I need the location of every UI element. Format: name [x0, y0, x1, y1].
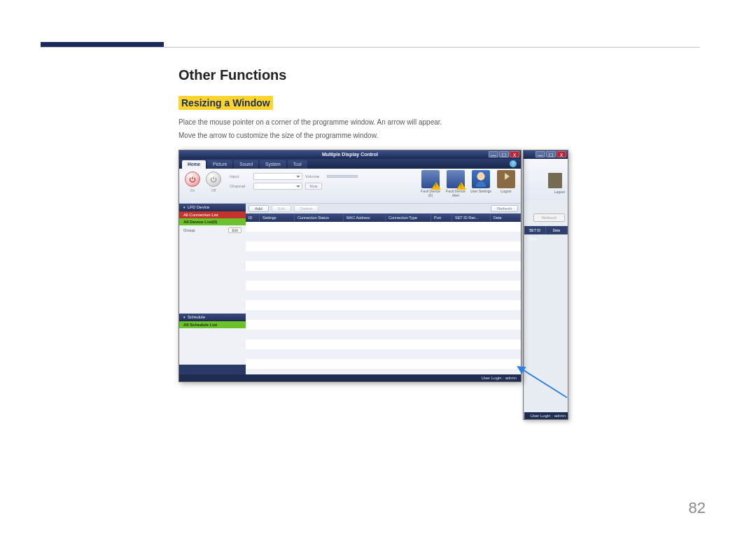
icon-bar: Fault Device (0) Fault Device Alert User… [420, 170, 517, 201]
col-conn-type[interactable]: Connection Type [386, 213, 431, 222]
tab-system[interactable]: System [260, 160, 286, 169]
screenshot: — ☐ X Logout Refresh SET ID Ran... Dete … [178, 150, 568, 420]
sidebar-fill2 [179, 328, 246, 365]
door-exit-icon [497, 170, 515, 188]
page-heading: Other Functions [178, 67, 700, 83]
col-mac[interactable]: MAC Address [344, 213, 386, 222]
status-bar: User Login : admin [179, 374, 521, 381]
mute-button[interactable]: Mute [305, 183, 322, 190]
close-button[interactable]: X [510, 151, 519, 157]
col-port[interactable]: Port [431, 213, 452, 222]
volume-slider[interactable] [327, 175, 358, 178]
table-row [246, 222, 521, 232]
instruction-2: Move the arrow to customize the size of … [178, 130, 700, 141]
titlebar[interactable]: Multiple Display Control — ☐ X [179, 150, 521, 159]
bg-col-dete[interactable]: Dete [546, 226, 568, 234]
table-row [246, 281, 521, 290]
sidebar-schedule-header[interactable]: ▾Schedule [179, 314, 246, 321]
volume-label: Volume [305, 174, 325, 178]
col-conn-status[interactable]: Connection Status [295, 213, 344, 222]
user-icon [472, 170, 490, 188]
power-off-label: Off [204, 188, 223, 192]
tab-tool[interactable]: Tool [288, 160, 307, 169]
table-row [246, 339, 521, 349]
tab-bar: Home Picture Sound System Tool [179, 159, 521, 169]
grid-toolbar: Add Edit Delete Refresh [246, 204, 521, 213]
logout-label: Logout [496, 190, 517, 194]
main-window: Multiple Display Control — ☐ X Home Pict… [178, 150, 522, 382]
power-off-icon [209, 176, 218, 184]
tab-sound[interactable]: Sound [234, 160, 258, 169]
bg-maximize-button[interactable]: ☐ [546, 151, 556, 157]
channel-label: Channel [230, 184, 251, 188]
tab-home[interactable]: Home [182, 160, 206, 169]
sidebar: ▾LFD Device All Connection List All Devi… [179, 204, 246, 374]
table-row [246, 232, 521, 241]
grid-header: ID Settings Connection Status MAC Addres… [246, 213, 521, 222]
delete-button[interactable]: Delete [294, 205, 318, 212]
ribbon: On Off Input Volume [179, 169, 521, 204]
minimize-button[interactable]: — [489, 151, 498, 157]
header-rule [41, 47, 700, 48]
refresh-button[interactable]: Refresh [491, 205, 518, 212]
help-button[interactable]: ? [510, 160, 517, 167]
bg-grid-header: SET ID Ran... Dete [524, 226, 568, 234]
bg-minimize-button[interactable]: — [536, 151, 545, 157]
table-row [246, 300, 521, 310]
sidebar-group-row[interactable]: Group Edit [179, 225, 246, 235]
maximize-button[interactable]: ☐ [499, 151, 509, 157]
sidebar-all-connection[interactable]: All Connection List [179, 211, 246, 218]
section-heading: Resizing a Window [178, 96, 273, 110]
window-title: Multiple Display Control [179, 150, 521, 159]
chevron-down-icon: ▾ [183, 315, 186, 319]
sidebar-fill [179, 235, 246, 314]
sidebar-all-device[interactable]: All Device List(0) [179, 218, 246, 225]
instruction-1: Place the mouse pointer on a corner of t… [178, 117, 700, 128]
sidebar-lfd-header[interactable]: ▾LFD Device [179, 204, 246, 211]
power-icon [188, 176, 197, 184]
edit-button[interactable]: Edit [272, 205, 291, 212]
user-settings-button[interactable]: User Settings [470, 170, 491, 201]
col-dete[interactable]: Dete [491, 213, 521, 222]
sidebar-edit-button[interactable]: Edit [228, 227, 241, 233]
header-accent [41, 42, 164, 47]
table-row [246, 310, 521, 320]
table-row [246, 349, 521, 359]
power-on-label: On [183, 188, 202, 192]
sidebar-group-label: Group [183, 228, 195, 232]
channel-select[interactable] [253, 183, 302, 190]
tab-picture[interactable]: Picture [207, 160, 232, 169]
power-off-button[interactable]: Off [204, 171, 223, 198]
fault-device-alert-button[interactable]: Fault Device Alert [445, 170, 466, 201]
table-row [246, 320, 521, 330]
bg-logout-icon[interactable] [548, 173, 562, 188]
power-on-button[interactable]: On [183, 171, 202, 198]
sidebar-lfd-label: LFD Device [188, 205, 209, 209]
page-number: 82 [689, 499, 706, 517]
logout-button[interactable]: Logout [496, 170, 517, 201]
fault-device-button[interactable]: Fault Device (0) [420, 170, 441, 201]
grid-body[interactable] [246, 222, 521, 374]
table-row [246, 251, 521, 261]
add-button[interactable]: Add [248, 205, 269, 212]
bg-refresh-button[interactable]: Refresh [533, 213, 565, 222]
bg-col-setid[interactable]: SET ID Ran... [524, 226, 546, 234]
chevron-down-icon: ▾ [183, 205, 186, 209]
monitor-alert-icon [447, 170, 465, 188]
col-settings[interactable]: Settings [260, 213, 295, 222]
bg-close-button[interactable]: X [556, 151, 566, 157]
col-id[interactable]: ID [246, 213, 260, 222]
col-setid[interactable]: SET ID Ran... [452, 213, 491, 222]
bg-ribbon: Logout [524, 159, 568, 201]
monitor-warning-icon [421, 170, 440, 188]
fault-device-label: Fault Device (0) [420, 190, 441, 197]
table-row [246, 330, 521, 339]
input-select[interactable] [253, 173, 302, 180]
sidebar-schedule-label: Schedule [188, 315, 205, 319]
bg-status-bar: User Login : admin [524, 412, 568, 419]
table-row [246, 241, 521, 251]
sidebar-all-schedule[interactable]: All Schedule List [179, 321, 246, 328]
fault-alert-label: Fault Device Alert [445, 190, 466, 197]
table-row [246, 359, 521, 369]
input-controls: Input Volume Channel Mute [230, 173, 358, 192]
